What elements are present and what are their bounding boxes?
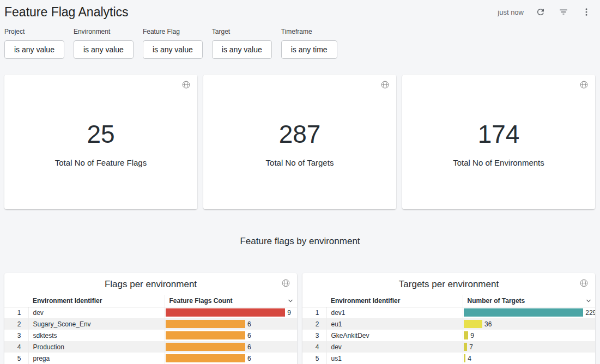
- kpi-card-targets: 287 Total No of Targets: [203, 75, 396, 209]
- chart-card-targets-per-environment: Targets per environment Environment Iden…: [302, 273, 595, 364]
- refresh-button[interactable]: [535, 6, 547, 18]
- table-row[interactable]: 3GkeAnkitDev9: [302, 330, 595, 341]
- value-label: 229: [585, 309, 595, 317]
- kpi-card-environments: 174 Total No of Environments: [402, 75, 595, 209]
- refresh-icon: [536, 7, 546, 17]
- value-bar-cell: 7: [463, 341, 595, 353]
- value-bar-cell: 6: [165, 318, 297, 330]
- chevron-down-icon[interactable]: [287, 297, 294, 305]
- row-index: 5: [4, 353, 28, 364]
- filter-label: Timeframe: [281, 28, 337, 35]
- filter-label: Project: [4, 28, 64, 35]
- explore-button[interactable]: [579, 80, 589, 91]
- table-row[interactable]: 4Production6: [4, 341, 297, 353]
- kpi-label: Total No of Feature Flags: [4, 158, 197, 167]
- globe-icon: [281, 278, 290, 288]
- kpi-card-feature-flags: 25 Total No of Feature Flags: [4, 75, 197, 209]
- filter-label: Environment: [74, 28, 134, 35]
- table-row[interactable]: 3sdktests6: [4, 330, 297, 341]
- value-bar: [464, 308, 584, 317]
- explore-button[interactable]: [579, 278, 589, 289]
- chart-row: Flags per environment Environment Identi…: [4, 273, 595, 364]
- table-row[interactable]: 5us14: [302, 353, 595, 364]
- chart-title: Flags per environment: [4, 279, 297, 290]
- environment-name: prega: [28, 353, 165, 364]
- dashboard-filter-button[interactable]: [557, 6, 569, 18]
- filter-value-button-target[interactable]: is any value: [212, 40, 272, 59]
- row-index: 4: [302, 341, 326, 353]
- filter-value-button-timeframe[interactable]: is any time: [281, 40, 337, 59]
- column-header-value[interactable]: Number of Targets: [463, 295, 595, 307]
- filter-value-button-project[interactable]: is any value: [4, 40, 64, 59]
- value-label: 36: [484, 320, 492, 328]
- row-index: 4: [4, 341, 28, 353]
- table-row[interactable]: 4dev7: [302, 341, 595, 353]
- column-header-value[interactable]: Feature Flags Count: [165, 295, 297, 307]
- table-row[interactable]: 5prega6: [4, 353, 297, 364]
- chart-title: Targets per environment: [302, 279, 595, 290]
- value-label: 9: [470, 332, 474, 339]
- last-updated: just now: [498, 8, 524, 16]
- row-index: 2: [4, 318, 28, 330]
- row-index: 1: [4, 307, 28, 318]
- globe-icon: [579, 80, 589, 89]
- env-table: Environment Identifier Number of Targets…: [302, 295, 595, 364]
- explore-button[interactable]: [181, 80, 191, 91]
- value-bar-cell: 9: [165, 307, 297, 318]
- column-header-identifier[interactable]: Environment Identifier: [326, 295, 463, 307]
- column-header-value-label: Feature Flags Count: [169, 297, 233, 305]
- row-index: 3: [302, 330, 326, 341]
- value-label: 9: [287, 309, 291, 317]
- value-label: 7: [469, 343, 473, 351]
- filter-icon: [559, 7, 568, 17]
- row-index: 2: [302, 318, 326, 330]
- table-row[interactable]: 2Sugary_Scone_Env6: [4, 318, 297, 330]
- kpi-value: 25: [4, 75, 197, 147]
- kpi-label: Total No of Environments: [402, 158, 595, 167]
- value-bar: [166, 331, 246, 339]
- filter-label: Feature Flag: [143, 28, 203, 35]
- environment-name: Production: [28, 341, 165, 353]
- kpi-value: 174: [402, 75, 595, 147]
- value-bar: [166, 343, 246, 351]
- value-label: 6: [247, 320, 251, 328]
- filter-value-button-environment[interactable]: is any value: [74, 40, 134, 59]
- value-label: 6: [247, 332, 251, 339]
- kpi-label: Total No of Targets: [203, 158, 396, 167]
- environment-name: dev: [28, 307, 165, 318]
- value-bar-cell: 6: [165, 353, 297, 364]
- env-table: Environment Identifier Feature Flags Cou…: [4, 295, 297, 364]
- environment-name: GkeAnkitDev: [326, 330, 463, 341]
- table-header-row: Environment Identifier Feature Flags Cou…: [4, 295, 297, 307]
- value-bar: [166, 320, 246, 328]
- value-label: 6: [247, 343, 251, 351]
- environment-name: eu1: [326, 318, 463, 330]
- environment-name: Sugary_Scone_Env: [28, 318, 165, 330]
- row-number-header: [302, 295, 326, 307]
- filter-value-button-feature-flag[interactable]: is any value: [143, 40, 203, 59]
- value-bar: [464, 320, 483, 328]
- explore-button[interactable]: [380, 80, 390, 91]
- environment-name: us1: [326, 353, 463, 364]
- environment-name: sdktests: [28, 330, 165, 341]
- filter-group-environment: Environment is any value: [74, 28, 134, 59]
- table-row[interactable]: 2eu136: [302, 318, 595, 330]
- filter-group-timeframe: Timeframe is any time: [281, 28, 337, 59]
- filter-group-target: Target is any value: [212, 28, 272, 59]
- column-header-identifier[interactable]: Environment Identifier: [28, 295, 165, 307]
- value-bar: [166, 354, 246, 362]
- globe-icon: [579, 278, 589, 288]
- row-index: 3: [4, 330, 28, 341]
- more-menu-button[interactable]: [580, 6, 592, 18]
- top-bar: Feature Flag Analytics just now: [0, 0, 600, 20]
- value-bar: [166, 308, 286, 317]
- table-row[interactable]: 1dev9: [4, 307, 297, 318]
- value-bar-cell: 229: [463, 307, 595, 318]
- explore-button[interactable]: [281, 278, 290, 289]
- value-label: 4: [468, 355, 471, 362]
- chevron-down-icon[interactable]: [585, 297, 592, 305]
- value-bar: [464, 331, 469, 339]
- table-row[interactable]: 1dev1229: [302, 307, 595, 318]
- kpi-value: 287: [203, 75, 396, 147]
- table-header-row: Environment Identifier Number of Targets: [302, 295, 595, 307]
